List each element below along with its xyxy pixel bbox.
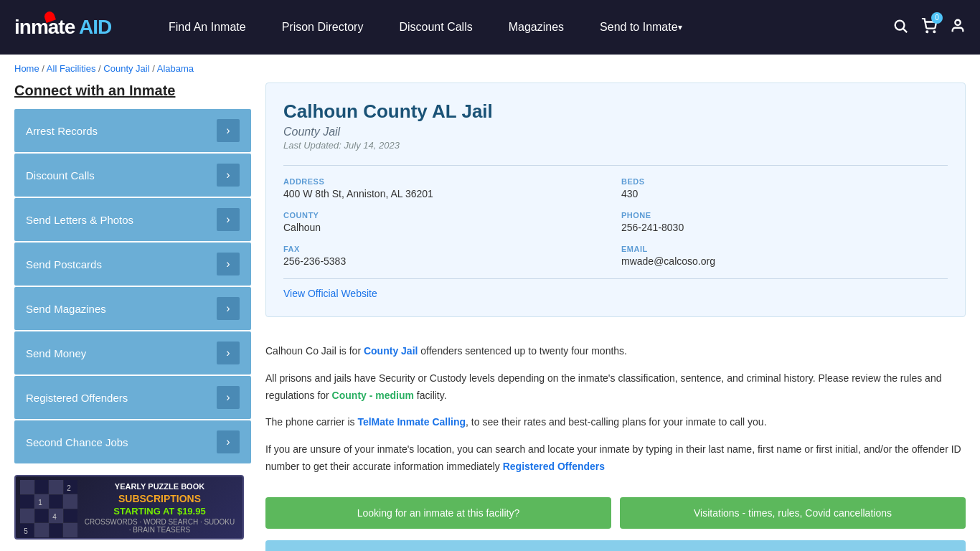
description: Calhoun Co Jail is for County Jail offen… (265, 331, 966, 497)
svg-text:5: 5 (24, 527, 28, 535)
county-value: Calhoun (283, 222, 610, 233)
phone-label: PHONE (621, 211, 948, 220)
nav-prison-dir[interactable]: Prison Directory (264, 0, 382, 55)
beds-label: BEDS (621, 177, 948, 186)
svg-rect-15 (63, 494, 77, 509)
facility-image (265, 540, 966, 551)
nav-find-inmate[interactable]: Find An Inmate (151, 0, 264, 55)
sidebar-item-send-magazines[interactable]: Send Magazines › (14, 287, 251, 330)
fax-value: 256-236-5383 (283, 255, 610, 267)
breadcrumb: Home / All Facilities / County Jail / Al… (0, 55, 980, 83)
sidebar-menu: Arrest Records › Discount Calls › Send L… (14, 109, 251, 463)
user-icon[interactable] (950, 18, 966, 37)
svg-text:2: 2 (67, 484, 71, 492)
email-block: EMAIL mwade@calcoso.org (621, 245, 948, 267)
nav-magazines[interactable]: Magazines (491, 0, 582, 55)
breadcrumb-state[interactable]: Alabama (157, 63, 194, 74)
county-label: COUNTY (283, 211, 610, 220)
ad-types: CROSSWORDS · WORD SEARCH · SUDOKU · BRAI… (84, 518, 235, 534)
sidebar-arrow: › (217, 208, 240, 231)
county-medium-link[interactable]: County - medium (332, 390, 414, 401)
svg-text:1: 1 (38, 499, 42, 507)
address-label: ADDRESS (283, 177, 610, 186)
beds-block: BEDS 430 (621, 177, 948, 199)
looking-button[interactable]: Looking for an inmate at this facility? (265, 497, 611, 529)
desc-p3: The phone carrier is TelMate Inmate Call… (265, 414, 966, 431)
sidebar-arrow: › (217, 164, 240, 187)
cart-icon[interactable]: 0 (921, 18, 937, 37)
phone-value: 256-241-8030 (621, 222, 948, 233)
sidebar-item-second-chance-jobs[interactable]: Second Chance Jobs › (14, 420, 251, 463)
breadcrumb-all-facilities[interactable]: All Facilities (47, 63, 96, 74)
svg-point-3 (933, 31, 935, 32)
sidebar-arrow: › (217, 430, 240, 453)
sidebar-item-registered-offenders[interactable]: Registered Offenders › (14, 376, 251, 419)
svg-rect-12 (20, 480, 34, 494)
sidebar-title: Connect with an Inmate (14, 83, 251, 99)
official-link-anchor[interactable]: View Official Website (283, 288, 377, 299)
sidebar-item-send-letters[interactable]: Send Letters & Photos › (14, 198, 251, 241)
sidebar-item-send-money[interactable]: Send Money › (14, 331, 251, 375)
desc-p1: Calhoun Co Jail is for County Jail offen… (265, 343, 966, 360)
logo[interactable]: inmate AID (14, 16, 129, 39)
county-block: COUNTY Calhoun (283, 211, 610, 233)
svg-point-0 (895, 20, 905, 29)
svg-point-4 (955, 19, 960, 24)
breadcrumb-home[interactable]: Home (14, 63, 39, 74)
header: inmate AID Find An Inmate Prison Directo… (0, 0, 980, 55)
facility-type: County Jail (283, 126, 948, 138)
email-label: EMAIL (621, 245, 948, 253)
action-buttons: Looking for an inmate at this facility? … (265, 497, 966, 529)
ad-banner[interactable]: 1 4 2 5 YEARLY PUZZLE BOOK SUBSCRIPTIONS… (14, 475, 244, 540)
svg-rect-13 (49, 480, 63, 494)
fax-block: FAX 256-236-5383 (283, 245, 610, 267)
cart-badge: 0 (931, 12, 943, 24)
address-value: 400 W 8th St, Anniston, AL 36201 (283, 188, 610, 199)
breadcrumb-county-jail[interactable]: County Jail (103, 63, 149, 74)
sidebar-arrow: › (217, 297, 240, 320)
aerial-view-image (265, 540, 966, 551)
visitations-button[interactable]: Visitations - times, rules, Covid cancel… (620, 497, 966, 529)
svg-rect-18 (34, 523, 49, 537)
svg-text:4: 4 (52, 513, 57, 521)
facility-card: Calhoun County AL Jail County Jail Last … (265, 83, 966, 317)
nav-send-inmate[interactable]: Send to Inmate (582, 0, 700, 55)
sidebar-item-arrest-records[interactable]: Arrest Records › (14, 109, 251, 152)
sidebar: Connect with an Inmate Arrest Records › … (14, 83, 251, 551)
beds-value: 430 (621, 188, 948, 199)
sidebar-item-discount-calls[interactable]: Discount Calls › (14, 154, 251, 197)
content-area: Calhoun County AL Jail County Jail Last … (265, 83, 966, 551)
sidebar-arrow: › (217, 253, 240, 276)
sidebar-arrow: › (217, 119, 240, 142)
ad-text: YEARLY PUZZLE BOOK SUBSCRIPTIONS STARTIN… (84, 481, 235, 534)
facility-details: ADDRESS 400 W 8th St, Anniston, AL 36201… (283, 165, 948, 267)
main-layout: Connect with an Inmate Arrest Records › … (0, 83, 980, 551)
facility-updated: Last Updated: July 14, 2023 (283, 140, 948, 151)
facility-name: Calhoun County AL Jail (283, 100, 948, 123)
svg-line-1 (903, 29, 907, 32)
ad-price: STARTING AT $19.95 (84, 506, 235, 517)
telmate-link[interactable]: TelMate Inmate Calling (357, 416, 466, 428)
desc-p4: If you are unsure of your inmate's locat… (265, 441, 966, 476)
county-jail-link[interactable]: County Jail (364, 345, 418, 357)
svg-rect-19 (63, 523, 77, 537)
email-value: mwade@calcoso.org (621, 255, 948, 267)
svg-point-2 (926, 31, 928, 32)
phone-block: PHONE 256-241-8030 (621, 211, 948, 233)
header-icons: 0 (892, 18, 966, 37)
puzzle-grid-icon: 1 4 2 5 (20, 480, 77, 537)
sidebar-item-send-postcards[interactable]: Send Postcards › (14, 242, 251, 286)
official-link: View Official Website (283, 278, 948, 299)
search-icon[interactable] (892, 18, 908, 37)
sidebar-arrow: › (217, 342, 240, 364)
svg-rect-16 (20, 509, 34, 523)
address-block: ADDRESS 400 W 8th St, Anniston, AL 36201 (283, 177, 610, 199)
main-nav: Find An Inmate Prison Directory Discount… (151, 0, 892, 55)
nav-discount-calls[interactable]: Discount Calls (381, 0, 490, 55)
svg-rect-24 (293, 540, 938, 551)
sidebar-arrow: › (217, 386, 240, 409)
fax-label: FAX (283, 245, 610, 253)
desc-p2: All prisons and jails have Security or C… (265, 370, 966, 405)
registered-offenders-link[interactable]: Registered Offenders (503, 461, 605, 472)
